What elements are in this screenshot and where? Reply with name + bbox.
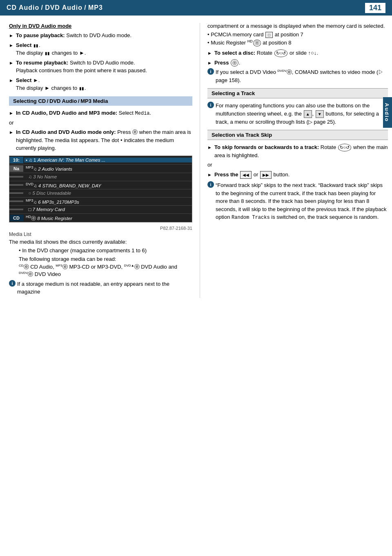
media-monospace: Media (135, 111, 150, 116)
info-icon-3: i (207, 102, 214, 108)
mp3-type: MP3ⓔ MP3-CD or MP3-DVD, (56, 264, 124, 270)
media-list-label-5 (9, 192, 23, 194)
info-icon-4: i (207, 181, 214, 188)
music-register-icon: ⓔ (253, 40, 261, 47)
bullet-arrow-6: ► (9, 129, 15, 152)
slide-icon: ↑○↓ (308, 50, 317, 56)
info-icon-1: i (9, 280, 16, 287)
resume-playback-note: Playback continues from the point where … (16, 67, 147, 73)
bullet-arrow-5: ► (9, 110, 15, 117)
media-list-label-3 (9, 176, 23, 178)
selecting-track-bar: Selecting a Track (207, 88, 388, 98)
rotate-icon-1: ↻○↺ (274, 49, 288, 57)
dvd-audio-icon: DVD▲ (124, 264, 134, 267)
pause-symbol-2: ▮▮ (45, 50, 50, 56)
cd-dvd-mp3-label: In CD Audio, DVD Audio and MP3 mode: (16, 110, 117, 116)
media-list-content-6: MP3♫ 6 MP3s_2170MP3s (24, 198, 192, 205)
cd-icon: CD (19, 264, 24, 267)
storage-media-note: The following storage media can be read: (19, 256, 192, 262)
cd-dvd-mp3-content: In CD Audio, DVD Audio and MP3 mode: Sel… (16, 109, 192, 117)
track-skip-bar: Selection via Track Skip (207, 130, 388, 140)
skip-label: To skip forwards or backwards to a track… (214, 144, 319, 150)
play-symbol-3: ► (45, 85, 50, 91)
media-list-row-2: Na MP3♫ 2 Audio Variants (9, 165, 192, 173)
random-tracks-label: Random Tracks (232, 215, 270, 220)
media-list-label-7 (9, 209, 23, 210)
media-list-content-3: ♫ 3 No Name (24, 174, 192, 179)
pause-symbol: ▮▮ (33, 42, 38, 49)
media-list-desc: The media list shows the discs currently… (9, 239, 192, 245)
media-list-row-6: MP3♫ 6 MP3s_2170MP3s (9, 198, 192, 206)
media-list-row-5: ○ 5 Disc Unreadable (9, 189, 192, 198)
press-skip-bullet: ► Press the ◀◀ or ▶▶ button. (207, 171, 388, 179)
dvd-video-info-text: If you select a DVD Video DVDVⓔ, COMAND … (216, 68, 388, 84)
media-list-content-7: □ 7 Memory Card (24, 207, 192, 212)
bullet-arrow-3: ► (9, 60, 15, 75)
press-skip-label: Press the (214, 171, 238, 178)
cd-audio-type: CDⓔ CD Audio, (19, 264, 56, 270)
skip-content: To skip forwards or backwards to a track… (214, 143, 388, 159)
cd-dvd-mp3-bullet: ► In CD Audio, DVD Audio and MP3 mode: S… (9, 109, 192, 117)
media-list-label-2: Na (9, 165, 23, 172)
compartment-note: compartment or a message is displayed wh… (207, 23, 388, 29)
resume-playback-label: To resume playback: (16, 60, 68, 66)
media-list-row-4: DVD♫ 4 STING_BRAND_NEW_DAY (9, 181, 192, 189)
pcmcia-icon: □ (265, 32, 273, 38)
media-list-row-8: CD HDⓔ 8 Music Register (9, 214, 192, 222)
dvd-audio-heading: Only in DVD Audio mode (9, 23, 192, 29)
media-list-content-4: DVD♫ 4 STING_BRAND_NEW_DAY (24, 182, 192, 188)
track-info-text: For many operating functions you can als… (216, 102, 388, 126)
select-pause-content: Select ▮▮. The display ▮▮ changes to ►. (16, 41, 192, 57)
info-icon-2: i (207, 68, 214, 75)
bullet-arrow-disc: ► (207, 50, 213, 57)
bullet-arrow-2: ► (9, 42, 15, 57)
cd-dvd-only-bullet: ► In CD Audio and DVD Audio mode only: P… (9, 128, 192, 152)
storage-info-text: If a storage medium is not readable, an … (17, 280, 192, 296)
press-icon: ⓔ (231, 59, 238, 67)
media-list-content-8: HDⓔ 8 Music Register (24, 215, 192, 222)
resume-playback-content: To resume playback: Switch to DVD Audio … (16, 59, 192, 75)
press-label: Press (214, 60, 229, 66)
page-header: CD Audio / DVD Audio / MP3 141 (0, 0, 392, 16)
dvd-audio-section: Only in DVD Audio mode ► To pause playba… (9, 23, 192, 92)
select-disc-content: To select a disc: Rotate ↻○↺ or slide ↑○… (214, 49, 388, 57)
pcmcia-bullet: • PCMCIA memory card □ at position 7 (207, 31, 388, 38)
select-play-bullet: ► Select ►. The display ► changes to ▮▮. (9, 76, 192, 92)
storage-media-types: CDⓔ CD Audio, MP3ⓔ MP3-CD or MP3-DVD, DV… (19, 263, 192, 278)
hd-superscript: HD (247, 39, 253, 43)
media-list-label-4 (9, 184, 23, 186)
press-bullet: ► Press ⓔ. (207, 59, 388, 67)
prev-track-btn[interactable]: ◀◀ (240, 171, 252, 179)
page-title: CD Audio / DVD Audio / MP3 (7, 4, 103, 11)
select-pause-bullet: ► Select ▮▮. The display ▮▮ changes to ►… (9, 41, 192, 57)
media-list-row-7: □ 7 Memory Card (9, 206, 192, 214)
down-btn: ▼ (316, 110, 324, 118)
dvdv-superscript: DVDV (278, 69, 287, 73)
bullet-arrow: ► (9, 32, 15, 40)
bullet-arrow-skip: ► (207, 144, 213, 159)
selecting-media-bar: Selecting CD / DVD Audio / MP3 Media (9, 96, 192, 106)
track-info-row: i For many operating functions you can a… (207, 102, 388, 126)
media-list-content-1: • ♫ 1 American IV: The Man Comes ... (24, 158, 192, 162)
press-content: Press ⓔ. (214, 59, 388, 67)
next-track-btn[interactable]: ▶▶ (260, 171, 272, 179)
storage-info-row: i If a storage medium is not readable, a… (9, 280, 192, 296)
media-list-box: 10: • ♫ 1 American IV: The Man Comes ...… (9, 156, 192, 223)
media-list-label-8: CD (9, 215, 23, 221)
page-number: 141 (365, 3, 385, 13)
media-list-label-6 (9, 200, 23, 202)
or-separator-2: or (207, 161, 388, 169)
media-list-row-3: ♫ 3 No Name (9, 173, 192, 181)
press-skip-content: Press the ◀◀ or ▶▶ button. (214, 171, 388, 179)
page-body: Only in DVD Audio mode ► To pause playba… (0, 16, 392, 298)
select-pause-label: Select (16, 42, 31, 48)
up-btn: ▲ (304, 110, 312, 118)
image-ref: P82.87-2168-31 (9, 226, 192, 231)
pause-playback-label: To pause playback: (16, 32, 65, 38)
skip-info-row: i “Forward track skip” skips to the next… (207, 181, 388, 221)
dvd-video-icon: DVDV (19, 271, 28, 275)
skip-info-text: “Forward track skip” skips to the next t… (216, 181, 388, 221)
media-list-label-1: 10: (9, 157, 23, 163)
pause-symbol-3: ▮▮ (79, 85, 84, 91)
dvd-changer-item: In the DVD changer (magazine compartment… (19, 247, 192, 255)
